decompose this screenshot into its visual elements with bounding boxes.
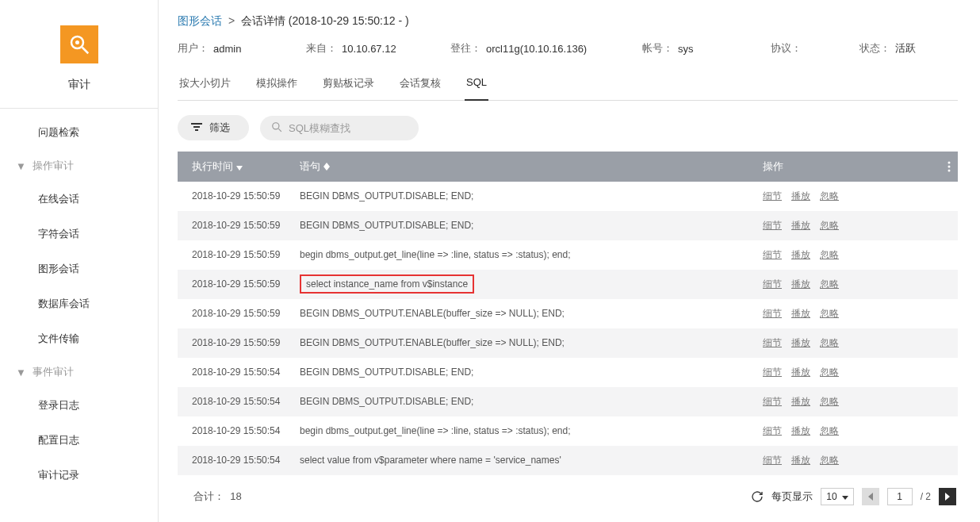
- next-page-button[interactable]: [939, 488, 956, 505]
- ignore-link[interactable]: 忽略: [820, 278, 839, 291]
- sidebar-section-label: 事件审计: [33, 365, 74, 379]
- breadcrumb-link[interactable]: 图形会话: [178, 14, 222, 27]
- sidebar-section-op-audit[interactable]: ▼ 操作审计: [0, 150, 158, 182]
- current-page-input[interactable]: 1: [887, 488, 913, 505]
- ignore-link[interactable]: 忽略: [820, 219, 839, 232]
- cell-statement: BEGIN DBMS_OUTPUT.ENABLE(buffer_size => …: [300, 337, 763, 348]
- pager: 每页显示 10 1 / 2: [751, 488, 956, 505]
- sidebar-item-label: 文件传输: [38, 332, 79, 346]
- info-status-label: 状态：: [859, 41, 890, 56]
- cell-operations: 细节播放忽略: [763, 454, 940, 467]
- th-label: 操作: [763, 159, 783, 174]
- svg-point-12: [948, 166, 951, 168]
- sql-search-input[interactable]: [289, 122, 422, 134]
- refresh-button[interactable]: [751, 490, 764, 503]
- detail-link[interactable]: 细节: [763, 307, 782, 320]
- sidebar-item-label: 在线会话: [38, 192, 79, 206]
- prev-page-button[interactable]: [862, 488, 879, 505]
- breadcrumb-current: 会话详情 (2018-10-29 15:50:12 - ): [241, 14, 409, 27]
- cell-exec-time: 2018-10-29 15:50:59: [178, 278, 300, 290]
- tab-slice[interactable]: 按大小切片: [178, 70, 232, 100]
- th-label: 执行时间: [192, 159, 233, 174]
- ignore-link[interactable]: 忽略: [820, 307, 839, 320]
- sidebar-item-db-session[interactable]: 数据库会话: [0, 286, 158, 321]
- detail-link[interactable]: 细节: [763, 278, 782, 291]
- detail-link[interactable]: 细节: [763, 219, 782, 232]
- ignore-link[interactable]: 忽略: [820, 395, 839, 409]
- main-content: 图形会话 > 会话详情 (2018-10-29 15:50:12 - ) 用户：…: [159, 0, 980, 522]
- sidebar-section-event-audit[interactable]: ▼ 事件审计: [0, 356, 158, 388]
- tab-clipboard[interactable]: 剪贴板记录: [321, 70, 376, 100]
- svg-marker-16: [945, 493, 950, 501]
- replay-link[interactable]: 播放: [791, 190, 810, 203]
- sidebar-item-file-transfer[interactable]: 文件传输: [0, 321, 158, 356]
- th-menu-button[interactable]: [940, 161, 958, 172]
- caret-down-icon: ▼: [16, 367, 26, 378]
- ignore-link[interactable]: 忽略: [820, 248, 839, 262]
- replay-link[interactable]: 播放: [791, 366, 810, 379]
- sidebar-item-label: 图形会话: [38, 262, 79, 276]
- cell-operations: 细节播放忽略: [763, 219, 940, 232]
- cell-exec-time: 2018-10-29 15:50:54: [178, 396, 300, 407]
- detail-link[interactable]: 细节: [763, 424, 782, 438]
- replay-link[interactable]: 播放: [791, 395, 810, 409]
- table-row: 2018-10-29 15:50:59BEGIN DBMS_OUTPUT.DIS…: [178, 182, 958, 211]
- detail-link[interactable]: 细节: [763, 248, 782, 262]
- page-size-select[interactable]: 10: [821, 488, 853, 505]
- table-header: 执行时间 语句 操作: [178, 152, 958, 182]
- cell-operations: 细节播放忽略: [763, 307, 940, 320]
- tab-sql[interactable]: SQL: [465, 70, 488, 100]
- search-box[interactable]: [260, 116, 419, 140]
- session-info-row: 用户：admin 来自：10.10.67.12 登往：orcl11g(10.10…: [178, 41, 958, 56]
- search-icon: [271, 121, 282, 135]
- info-protocol-label: 协议：: [771, 41, 802, 56]
- cell-statement: begin dbms_output.get_line(line => :line…: [300, 249, 763, 260]
- sidebar-item-graph-session[interactable]: 图形会话: [0, 251, 158, 286]
- breadcrumb-separator: >: [228, 14, 235, 27]
- tab-simulate[interactable]: 模拟操作: [255, 70, 299, 100]
- cell-statement: BEGIN DBMS_OUTPUT.DISABLE; END;: [300, 220, 763, 231]
- sidebar-item-online-session[interactable]: 在线会话: [0, 182, 158, 217]
- table-row: 2018-10-29 15:50:59select instance_name …: [178, 270, 958, 299]
- detail-link[interactable]: 细节: [763, 336, 782, 350]
- replay-link[interactable]: 播放: [791, 336, 810, 350]
- replay-link[interactable]: 播放: [791, 424, 810, 438]
- sidebar-item-issue-search[interactable]: 问题检索: [0, 115, 158, 150]
- detail-link[interactable]: 细节: [763, 454, 782, 467]
- chevron-down-icon: [842, 491, 848, 502]
- detail-link[interactable]: 细节: [763, 395, 782, 409]
- sort-icon: [323, 163, 330, 171]
- table-row: 2018-10-29 15:50:59begin dbms_output.get…: [178, 240, 958, 270]
- replay-link[interactable]: 播放: [791, 248, 810, 262]
- ignore-link[interactable]: 忽略: [820, 454, 839, 467]
- detail-link[interactable]: 细节: [763, 366, 782, 379]
- detail-link[interactable]: 细节: [763, 190, 782, 203]
- sidebar-item-char-session[interactable]: 字符会话: [0, 217, 158, 251]
- replay-link[interactable]: 播放: [791, 219, 810, 232]
- th-operations: 操作: [763, 159, 940, 174]
- sidebar-item-config-log[interactable]: 配置日志: [0, 423, 158, 458]
- ignore-link[interactable]: 忽略: [820, 424, 839, 438]
- th-label: 语句: [300, 159, 320, 174]
- sidebar-header: 审计: [0, 0, 158, 109]
- filter-icon: [190, 122, 203, 134]
- ignore-link[interactable]: 忽略: [820, 366, 839, 379]
- replay-link[interactable]: 播放: [791, 307, 810, 320]
- filter-button[interactable]: 筛选: [178, 115, 249, 140]
- replay-link[interactable]: 播放: [791, 278, 810, 291]
- info-user-value: admin: [213, 43, 241, 55]
- svg-point-13: [948, 170, 951, 172]
- th-statement[interactable]: 语句: [300, 159, 763, 174]
- th-exec-time[interactable]: 执行时间: [178, 159, 300, 174]
- replay-link[interactable]: 播放: [791, 454, 810, 467]
- sidebar-item-login-log[interactable]: 登录日志: [0, 388, 158, 423]
- ignore-link[interactable]: 忽略: [820, 336, 839, 350]
- audit-logo: [60, 25, 98, 63]
- ignore-link[interactable]: 忽略: [820, 190, 839, 203]
- svg-marker-10: [323, 167, 330, 171]
- cell-operations: 细节播放忽略: [763, 248, 940, 262]
- sidebar-item-audit-record[interactable]: 审计记录: [0, 458, 158, 493]
- sidebar-title: 审计: [68, 78, 90, 92]
- tab-review[interactable]: 会话复核: [398, 70, 442, 100]
- cell-exec-time: 2018-10-29 15:50:59: [178, 337, 300, 348]
